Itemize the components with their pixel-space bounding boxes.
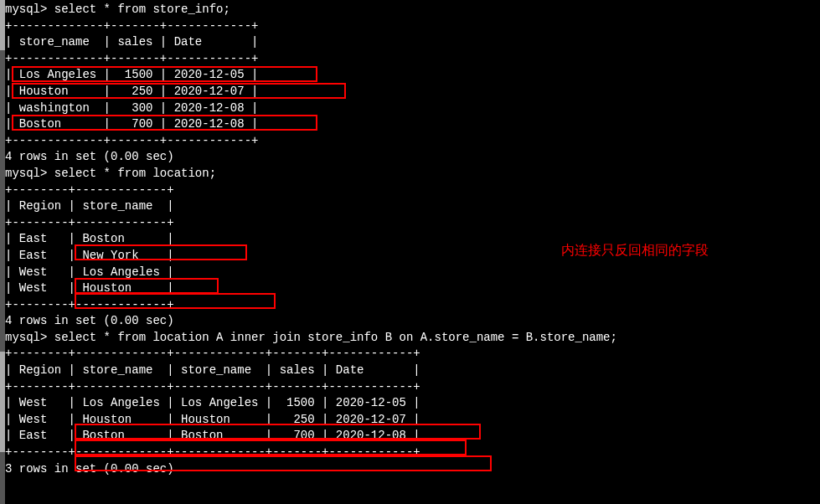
- table-row: | East | Boston | Boston | 700 | 2020-12…: [5, 428, 815, 445]
- table-border: +--------+-------------+: [5, 183, 815, 199]
- table-border: +-------------+-------+------------+: [5, 133, 815, 150]
- table-border: +--------+-------------+: [5, 297, 815, 314]
- table-row: | washington | 300 | 2020-12-08 |: [5, 100, 815, 117]
- query-line: mysql> select * from location;: [5, 166, 815, 183]
- table-row: | West | Los Angeles | Los Angeles | 150…: [5, 395, 815, 412]
- mysql-prompt: mysql>: [5, 3, 54, 16]
- table-border: +--------+-------------+-------------+--…: [5, 379, 815, 396]
- table-border: +-------------+-------+------------+: [5, 51, 815, 68]
- result-footer: 4 rows in set (0.00 sec): [5, 149, 815, 166]
- sql-statement: select * from location A inner join stor…: [54, 331, 617, 344]
- table-border: +--------+-------------+-------------+--…: [5, 445, 815, 461]
- mysql-prompt: mysql>: [5, 331, 54, 344]
- table-row: | West | Houston |: [5, 280, 815, 297]
- sql-statement: select * from store_info;: [54, 3, 230, 16]
- table-header: | store_name | sales | Date |: [5, 34, 815, 51]
- query-line: mysql> select * from location A inner jo…: [5, 330, 815, 347]
- table-header: | Region | store_name |: [5, 198, 815, 215]
- table-row: | West | Los Angeles |: [5, 265, 815, 281]
- table-border: +--------+-------------+-------------+--…: [5, 346, 815, 363]
- table-border: +-------------+-------+------------+: [5, 18, 815, 35]
- mysql-prompt: mysql>: [5, 167, 54, 180]
- table-header: | Region | store_name | store_name | sal…: [5, 363, 815, 379]
- table-row: | West | Houston | Houston | 250 | 2020-…: [5, 412, 815, 429]
- result-footer: 4 rows in set (0.00 sec): [5, 313, 815, 330]
- query-line: mysql> select * from store_info;: [5, 2, 815, 18]
- terminal-output: mysql> select * from store_info; +------…: [5, 2, 815, 477]
- table-row: | Houston | 250 | 2020-12-07 |: [5, 84, 815, 100]
- table-row: | Boston | 700 | 2020-12-08 |: [5, 116, 815, 133]
- sql-statement: select * from location;: [54, 167, 216, 180]
- result-footer: 3 rows in set (0.00 sec): [5, 461, 815, 478]
- annotation-text: 内连接只反回相同的字段: [561, 241, 709, 260]
- table-row: | Los Angeles | 1500 | 2020-12-05 |: [5, 67, 815, 84]
- table-border: +--------+-------------+: [5, 215, 815, 232]
